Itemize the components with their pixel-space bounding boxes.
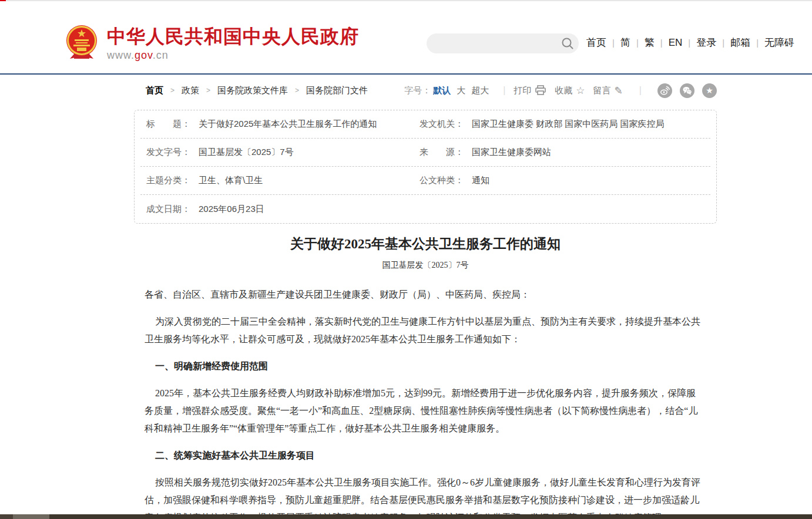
meta-topic-category-label: 主题分类： [146, 175, 190, 186]
site-url-gov: gov [135, 49, 153, 61]
site-url: www.gov.cn [107, 49, 359, 62]
printer-icon [535, 85, 546, 96]
section-1-heading: 一、明确新增经费使用范围 [145, 358, 704, 375]
breadcrumb-separator: > [206, 86, 210, 95]
nav-traditional[interactable]: 繁 [645, 36, 655, 49]
section-1-paragraph: 2025年，基本公共卫生服务经费人均财政补助标准增加5元，达到99元。新增经费用… [145, 385, 704, 437]
favorite-button[interactable]: 收藏 ☆ [555, 85, 585, 97]
toolbar-separator: | [503, 85, 505, 96]
document-meta-table: 标 题： 关于做好2025年基本公共卫生服务工作的通知 发文机关： 国家卫生健康… [134, 110, 717, 224]
nav-separator: | [688, 38, 690, 48]
meta-issuing-agency-value: 国家卫生健康委 财政部 国家中医药局 国家疾控局 [472, 119, 665, 130]
nav-home[interactable]: 首页 [586, 36, 606, 49]
font-size-default-button[interactable]: 默认 [433, 85, 451, 96]
footer-bar-segment [13, 514, 49, 519]
nav-separator: | [660, 38, 663, 48]
section-2-heading: 二、统筹实施好基本公共卫生服务项目 [145, 447, 704, 464]
footer-bar-segment [0, 514, 13, 519]
meta-source-value: 国家卫生健康委网站 [472, 147, 551, 158]
print-button[interactable]: 打印 [514, 85, 546, 96]
nav-separator: | [636, 38, 639, 48]
font-size-large-button[interactable]: 大 [457, 85, 465, 96]
breadcrumb-separator: > [170, 86, 175, 95]
meta-row: 发文字号： 国卫基层发〔2025〕7号 来 源： 国家卫生健康委网站 [140, 139, 710, 167]
footer-bar [0, 514, 812, 519]
intro-paragraph: 为深入贯彻党的二十届三中全会精神，落实新时代党的卫生与健康工作方针中以基层为重点… [145, 313, 704, 348]
font-size-label: 字号： [404, 85, 431, 96]
site-logo[interactable]: 中华人民共和国中央人民政府 www.gov.cn [66, 25, 359, 62]
toolbar-separator: | [639, 85, 642, 96]
breadcrumb-home[interactable]: 首页 [146, 85, 163, 96]
meta-issuing-agency-label: 发文机关： [420, 119, 464, 130]
meta-title-value: 关于做好2025年基本公共卫生服务工作的通知 [199, 119, 377, 130]
breadcrumb-policy-library[interactable]: 国务院政策文件库 [217, 85, 288, 96]
main-content: 首页 > 政策 > 国务院政策文件库 > 国务院部门文件 字号： 默认 大 超大… [134, 75, 717, 519]
meta-doc-number-value: 国卫基层发〔2025〕7号 [199, 147, 294, 158]
document-body: 各省、自治区、直辖市及新疆生产建设兵团卫生健康委、财政厅（局）、中医药局、疾控局… [134, 286, 717, 519]
toolbar: 字号： 默认 大 超大 | 打印 收藏 ☆ 留言 ✎ | [404, 83, 717, 98]
search-input[interactable] [427, 35, 561, 52]
nav-separator: | [756, 38, 759, 48]
nav-simplified[interactable]: 简 [620, 36, 630, 49]
meta-row: 成文日期： 2025年06月23日 [140, 195, 710, 223]
site-url-www: www. [107, 49, 135, 61]
salutation-paragraph: 各省、自治区、直辖市及新疆生产建设兵团卫生健康委、财政厅（局）、中医药局、疾控局… [145, 286, 704, 304]
qzone-star-icon[interactable]: ★ [702, 83, 717, 98]
nav-english[interactable]: EN [669, 37, 683, 49]
comment-button[interactable]: 留言 ✎ [593, 85, 623, 97]
meta-date-label: 成文日期： [146, 204, 190, 215]
breadcrumb: 首页 > 政策 > 国务院政策文件库 > 国务院部门文件 [146, 85, 368, 96]
meta-doc-type-value: 通知 [472, 175, 489, 186]
breadcrumb-department-documents: 国务院部门文件 [306, 85, 368, 96]
breadcrumb-policy[interactable]: 政策 [182, 85, 199, 96]
meta-doc-type-label: 公文种类： [420, 175, 464, 186]
meta-doc-number-label: 发文字号： [146, 147, 190, 158]
document-article: 关于做好2025年基本公共卫生服务工作的通知 国卫基层发〔2025〕7号 各省、… [134, 235, 717, 519]
site-title: 中华人民共和国中央人民政府 [107, 26, 359, 47]
meta-source-label: 来 源： [420, 147, 464, 158]
print-label: 打印 [514, 85, 531, 96]
search-icon[interactable] [561, 37, 574, 50]
meta-topic-category-value: 卫生、体育\卫生 [199, 175, 263, 186]
meta-date-value: 2025年06月23日 [199, 204, 264, 215]
font-size-xlarge-button[interactable]: 超大 [471, 85, 489, 96]
search-box[interactable] [427, 33, 579, 53]
weibo-icon[interactable] [657, 83, 672, 98]
comment-label: 留言 [593, 85, 611, 96]
star-outline-icon: ☆ [576, 85, 585, 97]
site-header: 中华人民共和国中央人民政府 www.gov.cn 首页 | 简 | 繁 | EN… [0, 1, 812, 73]
favorite-label: 收藏 [555, 85, 572, 96]
top-nav: 首页 | 简 | 繁 | EN | 登录 | 邮箱 | 无障碍 [586, 36, 794, 49]
breadcrumb-separator: > [295, 86, 299, 95]
document-title: 关于做好2025年基本公共卫生服务工作的通知 [134, 235, 717, 253]
meta-row: 标 题： 关于做好2025年基本公共卫生服务工作的通知 发文机关： 国家卫生健康… [140, 110, 710, 139]
pencil-icon: ✎ [615, 85, 623, 97]
meta-row: 主题分类： 卫生、体育\卫生 公文种类： 通知 [140, 167, 710, 195]
nav-separator: | [722, 38, 724, 48]
section-2-paragraph: 按照相关服务规范切实做好2025年基本公共卫生服务项目实施工作。强化0～6岁儿童… [145, 474, 704, 519]
site-url-cn: .cn [153, 49, 169, 61]
nav-separator: | [612, 38, 615, 48]
national-emblem-icon [66, 25, 98, 61]
nav-mail[interactable]: 邮箱 [730, 36, 750, 49]
wechat-icon[interactable] [680, 83, 694, 98]
document-number: 国卫基层发〔2025〕7号 [134, 260, 717, 271]
nav-login[interactable]: 登录 [696, 36, 716, 49]
meta-title-label: 标 题： [146, 119, 190, 130]
nav-accessibility[interactable]: 无障碍 [764, 36, 794, 49]
